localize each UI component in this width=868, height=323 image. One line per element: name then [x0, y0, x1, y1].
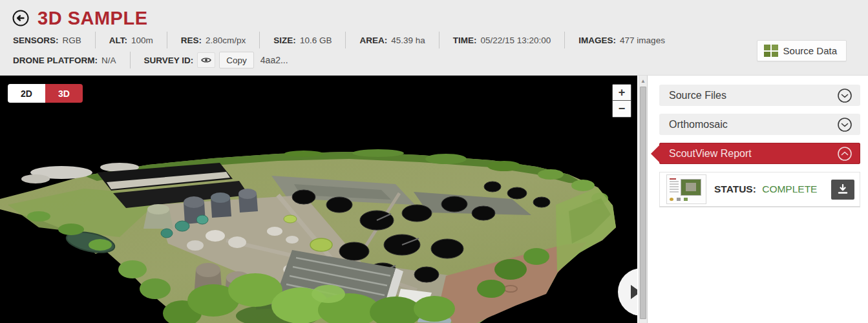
zoom-control: + − — [612, 84, 631, 118]
meta-label: SENSORS: — [13, 36, 59, 45]
scoutview-report-item: STATUS: COMPLETE — [659, 172, 860, 207]
terrain-3d-model[interactable] — [0, 76, 637, 323]
download-icon — [837, 184, 849, 194]
survey-id-value: 4aa2... — [260, 55, 288, 65]
chevron-down-circle-icon — [837, 117, 852, 132]
meta-label: ALT: — [109, 36, 127, 45]
meta-value: 10.6 GB — [300, 36, 332, 45]
report-thumbnail[interactable] — [666, 174, 706, 204]
meta-area: AREA: 45.39 ha — [346, 32, 439, 48]
status-value: COMPLETE — [762, 183, 817, 194]
download-report-button[interactable] — [831, 180, 854, 200]
metadata-row-2: DRONE PLATFORM: N/A SURVEY ID: Copy 4aa2… — [12, 50, 868, 70]
toggle-3d-button[interactable]: 3D — [45, 84, 83, 103]
chevron-down-circle-icon — [837, 88, 852, 103]
meta-value: 2.80cm/px — [206, 36, 246, 45]
copy-survey-id-button[interactable]: Copy — [219, 52, 254, 68]
meta-altitude: ALT: 100m — [96, 32, 167, 48]
toggle-2d-button[interactable]: 2D — [8, 84, 45, 103]
meta-label: IMAGES: — [578, 36, 616, 45]
meta-label: SIZE: — [273, 36, 296, 45]
panel-stack: Source Files Orthomosaic ScoutView Repor… — [659, 85, 860, 207]
meta-label: AREA: — [359, 36, 387, 45]
zoom-in-button[interactable]: + — [613, 85, 631, 101]
meta-value: 100m — [131, 36, 153, 45]
metadata-row-1: SENSORS: RGB ALT: 100m RES: 2.80cm/px SI… — [12, 30, 868, 50]
meta-label: DRONE PLATFORM: — [13, 56, 98, 65]
panel-label: ScoutView Report — [669, 148, 752, 160]
meta-size: SIZE: 10.6 GB — [260, 32, 346, 48]
sidebar-scrollbar[interactable]: ▲ — [639, 76, 648, 323]
chevron-right-icon — [631, 285, 637, 299]
meta-value: RGB — [63, 36, 81, 45]
arrow-left-icon — [12, 9, 30, 27]
meta-label: TIME: — [453, 36, 477, 45]
sidebar: ▲ Source Files Orthomosaic ScoutView Rep… — [637, 76, 868, 323]
meta-value: 05/22/15 13:20:00 — [480, 36, 551, 45]
meta-value: 477 images — [620, 36, 665, 45]
panel-label: Orthomosaic — [669, 119, 728, 130]
title-row: 3D SAMPLE — [12, 6, 868, 30]
eye-icon — [201, 56, 211, 64]
scrollbar-thumb[interactable] — [640, 87, 646, 319]
report-text-preview — [670, 178, 679, 194]
page-title: 3D SAMPLE — [37, 8, 147, 29]
back-button[interactable] — [12, 9, 30, 27]
scroll-up-icon[interactable]: ▲ — [639, 76, 647, 86]
chevron-up-circle-icon — [837, 146, 852, 162]
zoom-out-button[interactable]: − — [613, 101, 631, 117]
meta-label: SURVEY ID: — [144, 56, 194, 65]
panel-source-files[interactable]: Source Files — [659, 85, 860, 106]
report-map-preview — [681, 179, 701, 196]
meta-value: 45.39 ha — [391, 36, 425, 45]
meta-drone-platform: DRONE PLATFORM: N/A — [12, 52, 131, 68]
source-data-button[interactable]: Source Data — [757, 40, 847, 61]
map-viewport-3d[interactable]: 2D 3D + − — [0, 76, 637, 323]
report-footer-preview — [670, 198, 703, 201]
meta-resolution: RES: 2.80cm/px — [167, 32, 260, 48]
panel-label: Source Files — [669, 90, 726, 101]
panel-scoutview-report[interactable]: ScoutView Report — [659, 143, 860, 164]
meta-survey-id: SURVEY ID: Copy 4aa2... — [131, 52, 302, 68]
meta-time: TIME: 05/22/15 13:20:00 — [439, 32, 566, 48]
panel-orthomosaic[interactable]: Orthomosaic — [659, 114, 860, 135]
meta-label: RES: — [181, 36, 202, 45]
status-label: STATUS: — [714, 183, 756, 194]
meta-images: IMAGES: 477 images — [565, 32, 679, 48]
reveal-survey-id-button[interactable] — [197, 52, 215, 68]
view-mode-toggle: 2D 3D — [8, 84, 83, 103]
meta-value: N/A — [101, 56, 116, 65]
map-tiles-icon — [764, 45, 778, 57]
report-status: STATUS: COMPLETE — [714, 183, 823, 195]
main-area: 2D 3D + − ▲ Source Files Orthom — [0, 76, 868, 323]
header: 3D SAMPLE SENSORS: RGB ALT: 100m RES: 2.… — [0, 0, 868, 76]
source-data-label: Source Data — [783, 45, 837, 56]
meta-sensors: SENSORS: RGB — [12, 32, 96, 48]
